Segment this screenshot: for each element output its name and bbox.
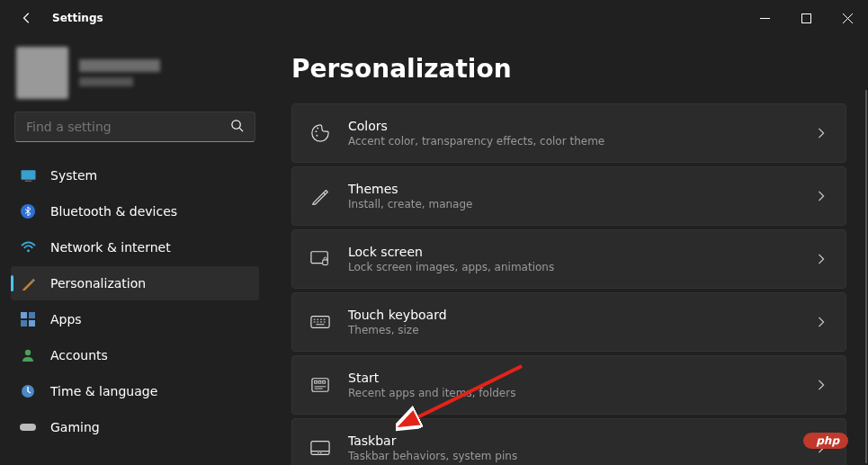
svg-rect-2 <box>21 170 35 179</box>
svg-rect-21 <box>318 380 321 383</box>
card-title: Themes <box>348 182 472 196</box>
card-lock-screen[interactable]: Lock screen Lock screen images, apps, an… <box>291 229 846 289</box>
maximize-icon <box>801 13 811 23</box>
nav-item-network[interactable]: Network & internet <box>11 230 259 264</box>
title-bar: Settings <box>0 0 868 36</box>
window-controls <box>744 0 868 36</box>
apps-icon <box>20 311 36 327</box>
sidebar: System Bluetooth & devices Network & int… <box>0 36 270 465</box>
profile-text <box>79 59 160 86</box>
scrollbar[interactable] <box>865 90 867 463</box>
window-title: Settings <box>52 12 103 24</box>
svg-rect-17 <box>323 260 328 265</box>
close-icon <box>843 13 853 23</box>
svg-point-15 <box>316 135 318 137</box>
back-button[interactable] <box>14 5 40 31</box>
card-desc: Themes, size <box>348 324 447 336</box>
nav-item-personalization[interactable]: Personalization <box>11 266 259 300</box>
nav-label: Bluetooth & devices <box>50 204 177 219</box>
accounts-icon <box>20 347 36 363</box>
minimize-icon <box>760 13 770 23</box>
minimize-button[interactable] <box>744 0 785 36</box>
search-input[interactable] <box>26 120 230 134</box>
themes-icon <box>310 186 330 206</box>
card-desc: Lock screen images, apps, animations <box>348 261 554 273</box>
search-box[interactable] <box>14 112 255 142</box>
chevron-right-icon <box>817 125 826 142</box>
nav-item-time-language[interactable]: Time & language <box>11 374 259 408</box>
close-button[interactable] <box>827 0 868 36</box>
network-icon <box>20 239 36 255</box>
back-arrow-icon <box>21 12 33 24</box>
card-title: Start <box>348 371 515 385</box>
svg-rect-6 <box>21 312 27 318</box>
taskbar-icon <box>310 438 330 458</box>
chevron-right-icon <box>817 377 826 394</box>
card-desc: Install, create, manage <box>348 198 472 210</box>
nav-label: Time & language <box>50 384 157 398</box>
colors-icon <box>310 123 330 143</box>
card-title: Taskbar <box>348 434 517 448</box>
card-themes[interactable]: Themes Install, create, manage <box>291 166 846 226</box>
card-title: Lock screen <box>348 245 554 259</box>
nav-item-bluetooth[interactable]: Bluetooth & devices <box>11 194 259 228</box>
card-title: Colors <box>348 119 604 133</box>
svg-rect-9 <box>29 320 35 326</box>
chevron-right-icon <box>817 314 826 331</box>
nav-list: System Bluetooth & devices Network & int… <box>11 158 259 444</box>
svg-point-14 <box>317 128 318 130</box>
svg-rect-3 <box>24 180 31 181</box>
svg-rect-12 <box>20 424 36 431</box>
nav-item-accounts[interactable]: Accounts <box>11 338 259 372</box>
time-language-icon <box>20 383 36 399</box>
nav-label: Accounts <box>50 348 108 362</box>
card-desc: Taskbar behaviors, system pins <box>348 450 517 462</box>
card-taskbar[interactable]: Taskbar Taskbar behaviors, system pins <box>291 418 846 465</box>
card-desc: Accent color, transparency effects, colo… <box>348 135 604 148</box>
maximize-button[interactable] <box>785 0 827 36</box>
svg-rect-22 <box>323 380 326 383</box>
bluetooth-icon <box>20 203 36 219</box>
svg-rect-7 <box>29 312 35 318</box>
svg-rect-8 <box>21 320 27 326</box>
personalization-icon <box>20 275 36 291</box>
svg-point-1 <box>232 121 240 129</box>
nav-item-gaming[interactable]: Gaming <box>11 410 259 444</box>
nav-item-apps[interactable]: Apps <box>11 302 259 336</box>
lock-screen-icon <box>310 249 330 269</box>
start-icon <box>310 375 330 395</box>
avatar <box>16 47 68 99</box>
svg-point-10 <box>25 350 31 355</box>
card-touch-keyboard[interactable]: Touch keyboard Themes, size <box>291 292 846 352</box>
nav-label: Network & internet <box>50 240 171 255</box>
page-title: Personalization <box>291 54 846 84</box>
touch-keyboard-icon <box>310 312 330 332</box>
svg-point-5 <box>26 249 29 252</box>
nav-label: System <box>50 168 97 183</box>
watermark-badge: php <box>803 433 848 449</box>
svg-rect-20 <box>315 380 318 383</box>
svg-rect-0 <box>801 13 810 22</box>
search-icon <box>230 119 244 135</box>
settings-card-list: Colors Accent color, transparency effect… <box>291 103 846 465</box>
gaming-icon <box>20 419 36 435</box>
card-title: Touch keyboard <box>348 308 447 322</box>
nav-label: Personalization <box>50 276 146 291</box>
nav-label: Apps <box>50 312 82 326</box>
card-desc: Recent apps and items, folders <box>348 387 515 399</box>
chevron-right-icon <box>817 188 826 205</box>
nav-label: Gaming <box>50 420 100 434</box>
chevron-right-icon <box>817 251 826 268</box>
main-content: Personalization Colors Accent color, tra… <box>270 36 868 465</box>
nav-item-system[interactable]: System <box>11 158 259 192</box>
card-colors[interactable]: Colors Accent color, transparency effect… <box>291 103 846 163</box>
account-profile[interactable] <box>11 43 259 112</box>
card-start[interactable]: Start Recent apps and items, folders <box>291 355 846 415</box>
svg-point-13 <box>316 130 318 132</box>
system-icon <box>20 167 36 183</box>
svg-rect-19 <box>312 379 328 392</box>
